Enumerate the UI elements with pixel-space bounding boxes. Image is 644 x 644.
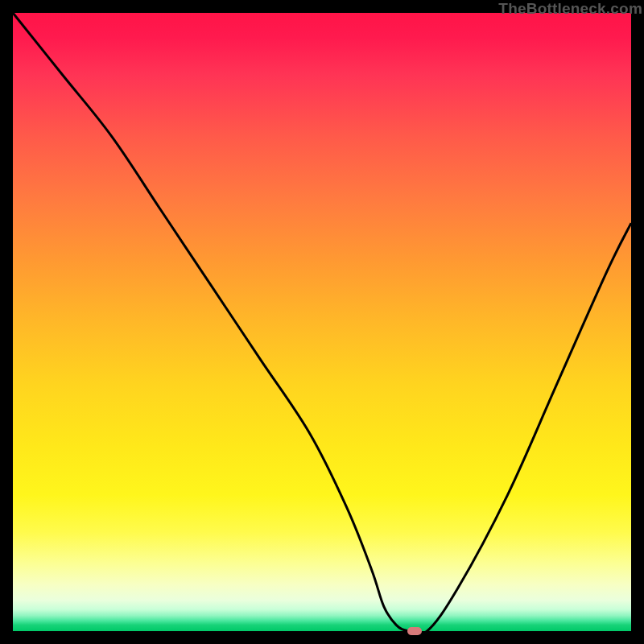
- curve-svg: [13, 13, 631, 631]
- bottleneck-curve: [13, 13, 631, 635]
- optimal-marker: [407, 627, 422, 635]
- plot-area: [13, 13, 631, 631]
- watermark-text: TheBottleneck.com: [498, 0, 642, 18]
- chart-frame: TheBottleneck.com: [0, 0, 644, 644]
